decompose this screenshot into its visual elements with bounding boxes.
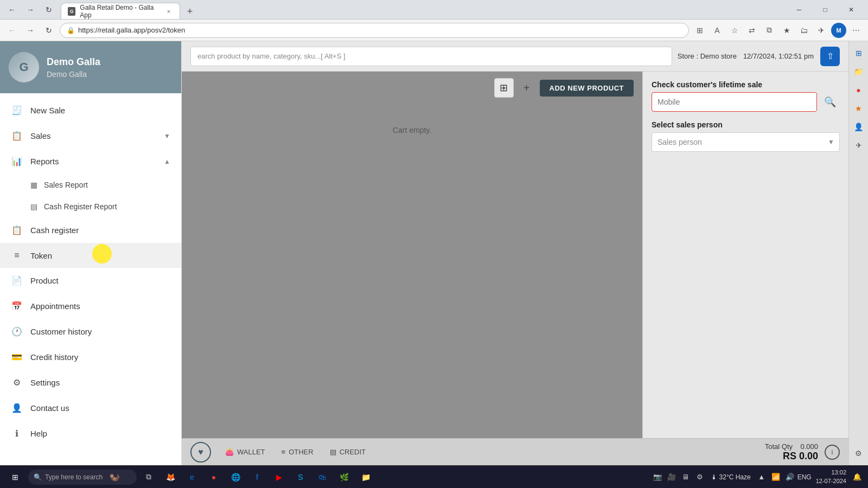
info-btn[interactable]: i: [825, 445, 840, 460]
network-icon[interactable]: 📶: [769, 471, 782, 484]
search-placeholder: earch product by name, category, sku...[…: [197, 52, 346, 60]
taskbar-firefox[interactable]: 🦊: [161, 468, 180, 486]
grid-icon-btn[interactable]: ⊞: [692, 23, 707, 38]
sidebar-item-cash-register-report[interactable]: ▤ Cash Register Report: [0, 196, 181, 217]
collection-icon-btn[interactable]: 🗂: [796, 23, 812, 38]
total-section: Total Qty 0.000 RS 0.00: [765, 442, 818, 462]
nav-refresh-btn[interactable]: ↻: [41, 23, 56, 38]
nav-back-btn[interactable]: ←: [4, 23, 20, 38]
profile-icon[interactable]: M: [831, 23, 846, 38]
taskbar-app-1[interactable]: ●: [204, 468, 224, 486]
nav-label-sales-report: Sales Report: [44, 181, 88, 189]
taskbar-edge[interactable]: e: [182, 468, 202, 486]
new-tab-btn[interactable]: +: [182, 4, 197, 19]
credit-tab[interactable]: ▤ CREDIT: [322, 445, 373, 459]
sidebar-item-settings[interactable]: ⚙ Settings: [0, 370, 181, 395]
nav-label-product: Product: [30, 276, 170, 285]
settings-corner-icon[interactable]: ⚙: [851, 446, 866, 461]
taskbar-chrome[interactable]: 🌐: [226, 468, 245, 486]
edge-icon-5[interactable]: 👤: [851, 119, 866, 134]
upload-btn[interactable]: ⇧: [820, 47, 840, 66]
translate-icon-btn[interactable]: ⇄: [744, 23, 760, 38]
chevron-up-tray[interactable]: ▲: [755, 471, 768, 484]
active-tab[interactable]: G Galla Retail Demo - Galla App ×: [61, 3, 180, 19]
sidebar-item-sales-report[interactable]: ▦ Sales Report: [0, 174, 181, 196]
star-icon-btn[interactable]: ☆: [727, 23, 742, 38]
sidebar-item-appointments[interactable]: 📅 Appointments: [0, 293, 181, 319]
sidebar-item-credit-history[interactable]: 💳 Credit history: [0, 344, 181, 370]
sidebar-item-sales[interactable]: 📋 Sales ▼: [0, 123, 181, 149]
qr-scan-btn[interactable]: ⊞: [494, 78, 514, 98]
wallet-tab[interactable]: 👛 WALLET: [218, 445, 273, 459]
maximize-btn[interactable]: □: [813, 1, 838, 18]
sidebar-item-contact[interactable]: 👤 Contact us: [0, 395, 181, 421]
sidebar-item-help[interactable]: ℹ Help: [0, 421, 181, 446]
cart-empty-text: Cart empty.: [393, 126, 431, 134]
taskbar-clock[interactable]: 13:02 12-07-2024: [816, 468, 846, 485]
camera-tray-icon[interactable]: 📷: [651, 471, 664, 484]
edge-icon-4[interactable]: ★: [851, 101, 866, 116]
credit-icon: ▤: [330, 448, 336, 456]
edge-icon-2[interactable]: 📁: [851, 64, 866, 79]
more-icon-btn[interactable]: ⋯: [848, 23, 864, 38]
taskbar-facebook[interactable]: f: [247, 468, 267, 486]
settings-tray-icon[interactable]: ⚙: [693, 471, 706, 484]
system-tray: ▲ 📶 🔊 ENG: [755, 471, 812, 484]
minimize-btn[interactable]: ─: [787, 1, 812, 18]
address-bar[interactable]: 🔒 https://retail.galla.app/posv2/token: [60, 23, 689, 38]
sales-report-icon: ▦: [30, 181, 37, 189]
sidebar-item-cash-register[interactable]: 📋 Cash register: [0, 217, 181, 243]
sidebar-item-customer-history[interactable]: 🕐 Customer history: [0, 319, 181, 344]
browser-refresh-btn[interactable]: ↻: [41, 2, 56, 17]
sidebar: G Demo Galla Demo Galla 🧾 New Sale 📋 Sal…: [0, 41, 182, 465]
send-icon-btn[interactable]: ✈: [814, 23, 829, 38]
split-icon-btn[interactable]: ⧉: [762, 23, 777, 38]
nav-forward-btn[interactable]: →: [23, 23, 38, 38]
taskbar-youtube[interactable]: ▶: [269, 468, 289, 486]
taskbar-skype[interactable]: S: [291, 468, 310, 486]
product-search-bar[interactable]: earch product by name, category, sku...[…: [190, 47, 672, 66]
video-tray-icon[interactable]: 🎥: [665, 471, 678, 484]
right-edge-bar: ⊞ 📁 ● ★ 👤 ✈ ⚙: [848, 41, 868, 465]
sidebar-item-reports[interactable]: 📊 Reports ▲: [0, 149, 181, 174]
sales-person-select[interactable]: Sales person: [652, 132, 840, 152]
browser-toolbar-icons: ⊞ A ☆ ⇄ ⧉ ★ 🗂 ✈ M ⋯: [692, 23, 864, 38]
favorites-icon-btn[interactable]: ★: [779, 23, 794, 38]
bottom-bar: ♥ 👛 WALLET ≡ OTHER ▤ CREDIT Total Qty: [182, 438, 848, 465]
close-btn[interactable]: ✕: [839, 1, 864, 18]
edge-icon-3[interactable]: ●: [851, 82, 866, 98]
taskbar-store[interactable]: 🛍: [312, 468, 332, 486]
taskbar-task-view[interactable]: ⧉: [139, 468, 158, 486]
font-icon-btn[interactable]: A: [710, 23, 725, 38]
browser-back-btn[interactable]: ←: [4, 2, 20, 17]
edge-icon-1[interactable]: ⊞: [851, 46, 866, 61]
search-customer-btn[interactable]: 🔍: [820, 92, 840, 112]
sidebar-item-token[interactable]: ≡ Token: [0, 243, 181, 268]
taskbar-app-2[interactable]: 🌿: [334, 468, 354, 486]
taskbar-search[interactable]: 🔍 Type here to search 🦦: [28, 470, 137, 485]
tab-favicon: G: [68, 7, 75, 16]
sidebar-header: G Demo Galla Demo Galla: [0, 41, 181, 93]
tab-close-btn[interactable]: ×: [164, 7, 173, 16]
edge-icon-6[interactable]: ✈: [851, 138, 866, 153]
sidebar-item-new-sale[interactable]: 🧾 New Sale: [0, 98, 181, 123]
nav-label-contact: Contact us: [30, 403, 170, 413]
taskbar-app-3[interactable]: 📁: [356, 468, 375, 486]
start-btn[interactable]: ⊞: [4, 468, 26, 486]
nav-label-settings: Settings: [30, 378, 170, 387]
sidebar-item-product[interactable]: 📄 Product: [0, 268, 181, 293]
mobile-input[interactable]: [652, 92, 817, 112]
add-btn[interactable]: +: [519, 80, 534, 95]
other-tab[interactable]: ≡ OTHER: [274, 445, 321, 459]
sales-person-section: Select sales person Sales person ▼: [652, 120, 840, 152]
volume-icon[interactable]: 🔊: [783, 471, 796, 484]
add-new-product-btn[interactable]: ADD NEW PRODUCT: [540, 80, 634, 97]
notifications-icon[interactable]: 🔔: [851, 471, 864, 484]
browser-forward-btn[interactable]: →: [23, 2, 38, 17]
wallet-badge-btn[interactable]: ♥: [190, 442, 211, 463]
cash-register-icon: 📋: [11, 225, 23, 235]
total-amount-display: RS 0.00: [783, 451, 818, 462]
monitor-tray-icon[interactable]: 🖥: [679, 471, 692, 484]
total-qty-display: Total Qty 0.000: [765, 442, 818, 451]
mobile-input-wrapper: 🔍: [652, 92, 840, 112]
